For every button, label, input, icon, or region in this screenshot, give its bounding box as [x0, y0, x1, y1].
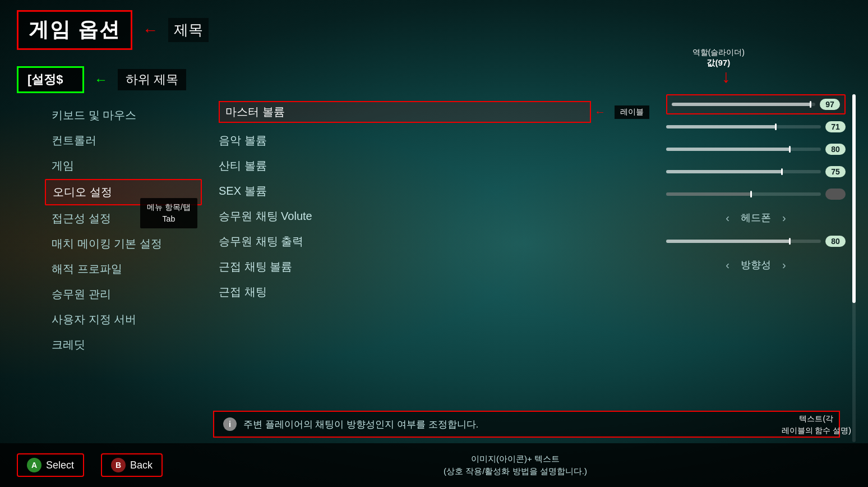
subtitle-tab[interactable]: [설정$: [17, 66, 84, 93]
crew-volute-slider-row[interactable]: [666, 184, 846, 204]
crew-output-next-icon[interactable]: ›: [782, 212, 786, 224]
music-slider-fill: [666, 125, 776, 128]
music-slider-value: 71: [825, 121, 846, 132]
proximity-vol-track[interactable]: [666, 240, 821, 243]
menu-annotation: 메뉴 항목/탭 Tab: [140, 198, 197, 228]
proximity-chat-label: 근접 채팅: [219, 284, 649, 300]
setting-row-crew-output[interactable]: 승무원 채팅 출력: [219, 229, 649, 254]
subtitle-block: [설정$ ← 하위 제목: [17, 66, 186, 93]
a-button-icon: A: [27, 458, 41, 472]
proximity-vol-label: 근접 채팅 볼륨: [219, 259, 649, 274]
crew-output-prev-icon[interactable]: ‹: [726, 212, 730, 224]
sidebar-item-crew-management[interactable]: 승무원 관리: [45, 282, 202, 306]
proximity-chat-value: 방향성: [741, 258, 771, 272]
info-text: 주변 플레이어의 채팅이 방향성인지 여부를 조정합니다.: [243, 418, 478, 431]
proximity-chat-selector-row[interactable]: ‹ 방향성 ›: [666, 254, 846, 276]
title-annotation: 제목: [168, 18, 209, 42]
slider-scrollbar-thumb: [852, 94, 856, 303]
game-title: 게임 옵션: [17, 10, 132, 50]
text-annotation: 텍스트(각 레이블의 함수 설명): [782, 413, 851, 437]
label-arrow: ←: [594, 105, 606, 118]
music-volume-slider-row[interactable]: 71: [666, 117, 846, 137]
master-slider-value: 97: [820, 99, 840, 110]
proximity-vol-slider-row[interactable]: 80: [666, 231, 846, 251]
subtitle-arrow: ←: [94, 72, 108, 88]
back-label: Back: [130, 460, 153, 471]
bottom-annotation: 이미지(아이콘)+ 텍스트 (상호 작용/활성화 방법을 설명합니다.): [179, 453, 851, 478]
back-button[interactable]: B Back: [101, 453, 163, 477]
bottom-bar: A Select B Back 이미지(아이콘)+ 텍스트 (상호 작용/활성화…: [0, 443, 868, 487]
crew-output-label: 승무원 채팅 출력: [219, 234, 649, 249]
sidebar-item-custom-server[interactable]: 사용자 지정 서버: [45, 307, 202, 332]
info-box: i 주변 플레이어의 채팅이 방향성인지 여부를 조정합니다.: [213, 411, 840, 438]
sex-volume-label: SEX 볼륨: [219, 183, 649, 199]
sidebar-item-keyboard[interactable]: 키보드 및 마우스: [45, 103, 202, 127]
sidebar-item-matchmaking[interactable]: 매치 메이킹 기본 설정: [45, 232, 202, 256]
crew-volute-fill: [666, 192, 751, 196]
title-block: 게임 옵션 ← 제목: [17, 10, 209, 50]
shanty-slider-value: 80: [825, 144, 846, 155]
sex-slider-value: 75: [825, 166, 846, 177]
b-button-icon: B: [111, 458, 126, 472]
crew-output-value: 헤드폰: [741, 211, 771, 224]
title-arrow: ←: [142, 21, 158, 39]
crew-output-selector-row[interactable]: ‹ 헤드폰 ›: [666, 206, 846, 229]
proximity-vol-fill: [666, 240, 790, 243]
label-annotation-text: 레이블: [615, 105, 649, 119]
role-arrow: ↓: [722, 66, 731, 87]
role-annotation: 역할(슬라이더) 값(97): [692, 48, 745, 68]
crew-volute-label: 승무원 채팅 Volute: [219, 209, 649, 224]
shanty-slider-fill: [666, 148, 790, 151]
setting-row-music-volume[interactable]: 음악 볼륨: [219, 128, 649, 153]
setting-row-shanty-volume[interactable]: 산티 볼륨: [219, 154, 649, 178]
master-slider-fill: [672, 103, 811, 106]
master-volume-label: 마스터 볼륨: [219, 101, 591, 123]
proximity-vol-value: 80: [825, 236, 846, 247]
sex-volume-slider-row[interactable]: 75: [666, 162, 846, 182]
master-slider-track[interactable]: [672, 103, 815, 106]
subtitle-annotation: 하위 제목: [118, 69, 186, 90]
info-icon: i: [223, 417, 237, 431]
master-volume-slider-row[interactable]: 97: [666, 94, 846, 114]
sex-slider-track[interactable]: [666, 170, 821, 173]
setting-row-proximity-vol[interactable]: 근접 채팅 볼륨: [219, 255, 649, 279]
setting-row-master-volume: 마스터 볼륨 ← 레이블: [219, 97, 649, 127]
crew-volute-value: [825, 189, 846, 200]
sidebar-item-controller[interactable]: 컨트롤러: [45, 128, 202, 153]
setting-row-proximity-chat[interactable]: 근접 채팅: [219, 280, 649, 304]
crew-volute-track[interactable]: [666, 192, 821, 196]
sidebar-item-pirate-profile[interactable]: 해적 프로파일: [45, 257, 202, 281]
slider-scrollbar[interactable]: [852, 94, 856, 442]
shanty-volume-label: 산티 볼륨: [219, 158, 649, 173]
shanty-volume-slider-row[interactable]: 80: [666, 139, 846, 159]
left-nav: 키보드 및 마우스 컨트롤러 게임 오디오 설정 접근성 설정 매치 메이킹 기…: [45, 94, 202, 442]
proximity-chat-next-icon[interactable]: ›: [782, 259, 786, 272]
sidebar-item-credits[interactable]: 크레딧: [45, 333, 202, 357]
center-settings: 마스터 볼륨 ← 레이블 음악 볼륨 산티 볼륨 SEX 볼륨 승무원 채팅 V…: [202, 94, 666, 442]
setting-row-crew-volute[interactable]: 승무원 채팅 Volute: [219, 204, 649, 228]
music-slider-track[interactable]: [666, 125, 821, 128]
shanty-slider-track[interactable]: [666, 148, 821, 151]
setting-row-sex-volume[interactable]: SEX 볼륨: [219, 179, 649, 203]
right-sliders: 97 71 80 75: [666, 94, 846, 442]
main-content: 키보드 및 마우스 컨트롤러 게임 오디오 설정 접근성 설정 매치 메이킹 기…: [45, 94, 846, 442]
music-volume-label: 음악 볼륨: [219, 133, 649, 148]
sex-slider-fill: [666, 170, 782, 173]
sidebar-item-game[interactable]: 게임: [45, 154, 202, 178]
select-button[interactable]: A Select: [17, 453, 84, 477]
select-label: Select: [46, 460, 74, 471]
proximity-chat-prev-icon[interactable]: ‹: [726, 259, 730, 272]
